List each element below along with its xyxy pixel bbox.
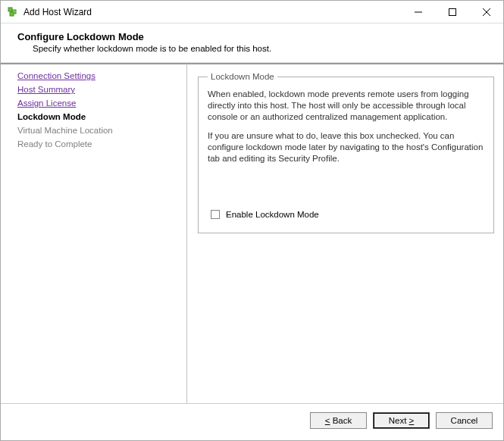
step-connection-settings[interactable]: Connection Settings [17, 69, 186, 83]
back-button[interactable]: < Back [310, 412, 367, 429]
wizard-body: Connection Settings Host Summary Assign … [1, 62, 503, 403]
group-description-2: If you are unsure what to do, leave this… [208, 130, 486, 164]
minimize-button[interactable] [401, 1, 435, 23]
close-button[interactable] [469, 1, 503, 23]
titlebar: Add Host Wizard [1, 1, 503, 23]
page-subtitle: Specify whether lockdown mode is to be e… [33, 44, 488, 53]
svg-rect-4 [449, 8, 455, 15]
lockdown-mode-group: Lockdown Mode When enabled, lockdown mod… [198, 72, 494, 233]
step-ready-to-complete: Ready to Complete [17, 137, 186, 151]
step-vm-location: Virtual Machine Location [17, 124, 186, 137]
svg-rect-0 [8, 8, 12, 11]
window-controls [401, 1, 503, 23]
wizard-header: Configure Lockdown Mode Specify whether … [1, 23, 503, 62]
checkbox-icon [211, 210, 220, 219]
group-legend: Lockdown Mode [208, 72, 277, 81]
cancel-button[interactable]: Cancel [436, 412, 493, 429]
checkbox-label: Enable Lockdown Mode [226, 210, 319, 219]
page-title: Configure Lockdown Mode [17, 31, 488, 42]
window-title: Add Host Wizard [23, 7, 401, 17]
maximize-button[interactable] [435, 1, 469, 23]
app-icon [7, 6, 19, 18]
wizard-footer: < Back Next > Cancel [1, 403, 503, 436]
wizard-content: Lockdown Mode When enabled, lockdown mod… [186, 63, 503, 403]
step-host-summary[interactable]: Host Summary [17, 83, 186, 96]
next-button[interactable]: Next > [373, 412, 430, 429]
svg-rect-2 [10, 12, 14, 16]
group-description-1: When enabled, lockdown mode prevents rem… [208, 89, 486, 123]
step-assign-license[interactable]: Assign License [17, 96, 186, 110]
wizard-steps-sidebar: Connection Settings Host Summary Assign … [1, 63, 186, 403]
step-lockdown-mode: Lockdown Mode [17, 110, 186, 124]
enable-lockdown-checkbox[interactable]: Enable Lockdown Mode [211, 210, 486, 219]
